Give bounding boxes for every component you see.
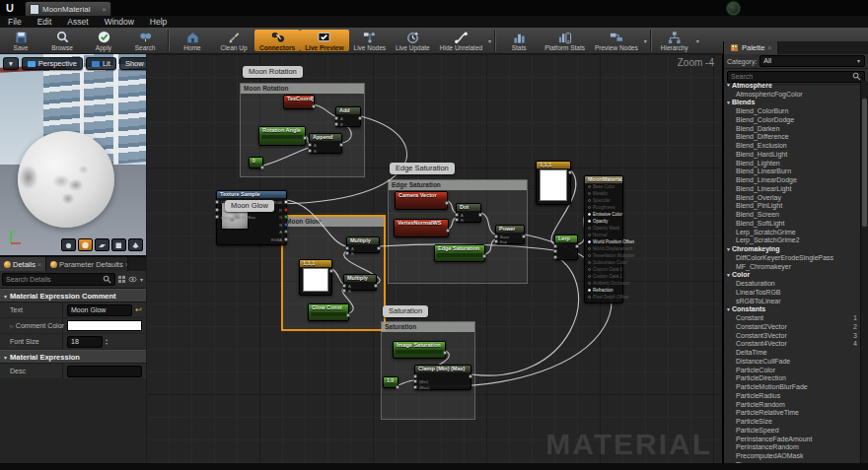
palette-item-particlesize[interactable]: ParticleSize xyxy=(724,417,861,426)
node-camera-vector[interactable]: Camera Vector xyxy=(395,191,448,210)
pin-out[interactable] xyxy=(396,385,399,389)
material-pin-specular[interactable]: Specular xyxy=(585,197,622,204)
palette-category-blends[interactable]: ▼Blends xyxy=(724,99,861,107)
palette-item-perinstancefadeamount[interactable]: PerInstanceFadeAmount xyxy=(724,435,861,443)
toolbar-button-hierarchy[interactable]: Hierarchy xyxy=(654,30,695,51)
node-edge-saturation[interactable]: Edge Saturation xyxy=(434,244,485,262)
toolbar-button-apply[interactable]: Apply xyxy=(83,30,124,51)
pin-out[interactable] xyxy=(374,284,378,288)
eye-filter-icon[interactable] xyxy=(128,275,137,284)
palette-category-constants[interactable]: ▼Constants xyxy=(724,305,861,314)
menu-item-asset[interactable]: Asset xyxy=(59,16,96,28)
menu-item-edit[interactable]: Edit xyxy=(30,16,60,28)
palette-category-atmosphere[interactable]: ▼Atmosphere xyxy=(724,81,861,90)
node-1-1-1[interactable]: 1,1,1 xyxy=(536,161,571,205)
pin-out[interactable] xyxy=(377,246,381,250)
pin-a[interactable] xyxy=(334,116,338,120)
pin-a[interactable] xyxy=(553,244,557,248)
material-pin-world-position-offset[interactable]: World Position Offset xyxy=(585,238,622,245)
palette-category-chromakeying[interactable]: ▼Chromakeying xyxy=(724,244,861,253)
pin-out[interactable] xyxy=(575,244,579,248)
comment-header[interactable]: Edge Saturation xyxy=(389,180,527,190)
node-append[interactable]: AppendAB xyxy=(309,133,342,154)
pin-a[interactable] xyxy=(284,230,288,234)
palette-item-precomputedaomask[interactable]: PrecomputedAOMask xyxy=(724,451,861,460)
pin-out[interactable] xyxy=(469,374,472,378)
preview-shape-cube-button[interactable] xyxy=(111,238,126,251)
palette-item-blend-overlay[interactable]: Blend_Overlay xyxy=(724,193,861,202)
node-image-saturation[interactable]: Image Saturation xyxy=(393,341,446,359)
pin-a[interactable] xyxy=(345,246,349,250)
material-pin-ambient-occlusion[interactable]: Ambient Occlusion xyxy=(585,280,622,287)
palette-scrollbar[interactable] xyxy=(860,81,868,470)
node-texcoord-0[interactable]: TexCoord[0] xyxy=(283,95,315,109)
material-pin-custom-data-1[interactable]: Custom Data 1 xyxy=(585,273,622,280)
palette-item-constant4vector[interactable]: Constant4Vector4 xyxy=(724,340,861,349)
text-input[interactable]: Moon Glow xyxy=(67,304,132,316)
material-pin-refraction[interactable]: Refraction xyxy=(585,287,622,294)
material-pin-emissive-color[interactable]: Emissive Color xyxy=(585,211,622,218)
material-pin-metallic[interactable]: Metallic xyxy=(585,190,622,197)
node-dot[interactable]: DotAB xyxy=(456,203,481,223)
node-add[interactable]: AddAB xyxy=(335,106,361,127)
pin-in[interactable] xyxy=(413,374,417,378)
toolbar-button-stats[interactable]: Stats xyxy=(498,30,540,51)
node-1-0[interactable]: 1.0 xyxy=(383,376,398,388)
preview-viewport[interactable]: ▾PerspectiveLitShow z xyxy=(0,54,147,255)
pin-b[interactable] xyxy=(455,218,459,222)
pin-base[interactable] xyxy=(494,235,498,238)
toolbar-button-connectors[interactable]: Connectors xyxy=(254,30,300,51)
pin-out[interactable] xyxy=(482,254,486,258)
palette-item-desaturation[interactable]: Desaturation xyxy=(724,279,861,288)
pin-a[interactable] xyxy=(455,213,459,217)
material-pin-world-displacement[interactable]: World Displacement xyxy=(585,245,622,252)
dropdown-caret-icon[interactable]: ▾ xyxy=(488,37,491,44)
toolbar-button-search[interactable]: Search xyxy=(124,30,166,51)
toolbar-button-browse[interactable]: Browse xyxy=(41,30,83,51)
node-clamp-min-max[interactable]: Clamp (Min) (Max)(Min)(Max) xyxy=(414,365,471,390)
pin-alpha[interactable] xyxy=(553,255,557,259)
pin-a[interactable] xyxy=(342,284,346,288)
palette-item-blend-colorburn[interactable]: Blend_ColorBurn xyxy=(724,106,861,115)
desc-input[interactable] xyxy=(67,366,142,377)
pin-b[interactable] xyxy=(345,251,349,255)
pin-exp[interactable] xyxy=(494,239,498,243)
row-expander-icon[interactable]: ▷ xyxy=(10,323,14,329)
preview-shape-cylinder-button[interactable] xyxy=(61,238,76,251)
palette-item-mf-chromakeyer[interactable]: MF_Chromakeyer xyxy=(724,262,861,271)
toolbar-button-preview-nodes[interactable]: Preview Nodes xyxy=(590,30,643,51)
preview-shape-mesh-button[interactable] xyxy=(128,238,143,251)
palette-item-constant3vector[interactable]: Constant3Vector3 xyxy=(724,331,861,340)
palette-item-particlerelativetime[interactable]: ParticleRelativeTime xyxy=(724,409,861,418)
palette-item-particlecolor[interactable]: ParticleColor xyxy=(724,366,861,374)
palette-item-diffcolorkeyererodesinglepass[interactable]: DiffColorKeyerErodeSinglePass xyxy=(724,253,861,262)
details-tab-details[interactable]: Details× xyxy=(0,257,46,271)
pin-out[interactable] xyxy=(478,213,482,217)
preview-shape-sphere-button[interactable] xyxy=(78,238,93,251)
font-size-input[interactable]: 18 xyxy=(67,336,103,348)
material-pin-custom-data-0[interactable]: Custom Data 0 xyxy=(585,266,622,273)
details-search-input[interactable]: Search Details xyxy=(2,273,115,286)
pin-out[interactable] xyxy=(312,104,316,108)
toolbar-button-clean-up[interactable]: Clean Up xyxy=(213,30,254,51)
palette-item-lineartosrgb[interactable]: LinearTosRGB xyxy=(724,288,861,297)
details-section-material-expression-comment[interactable]: ▾Material Expression Comment xyxy=(0,289,146,302)
material-pin-base-color[interactable]: Base Color xyxy=(585,183,622,190)
pin-out[interactable] xyxy=(443,351,447,355)
grid-view-icon[interactable] xyxy=(117,275,126,284)
pin-out[interactable] xyxy=(346,313,350,317)
dropdown-caret-icon[interactable]: ▾ xyxy=(696,37,699,44)
menu-item-file[interactable]: File xyxy=(0,16,30,28)
node-rotation-angle[interactable]: Rotation Angle xyxy=(258,126,306,146)
toolbar-button-live-update[interactable]: Live Update xyxy=(391,30,435,51)
palette-category-select[interactable]: All ▾ xyxy=(760,55,865,67)
palette-item-particlemotionblurfade[interactable]: ParticleMotionBlurFade xyxy=(724,382,861,391)
tab-close-icon[interactable]: × xyxy=(125,261,128,268)
palette-item-blend-difference[interactable]: Blend_Difference xyxy=(724,133,861,142)
palette-item-blend-darken[interactable]: Blend_Darken xyxy=(724,124,861,133)
palette-tab-close-icon[interactable]: × xyxy=(767,44,771,51)
toolbar-button-hide-unrelated[interactable]: Hide Unrelated xyxy=(435,30,487,51)
palette-item-blend-linearlight[interactable]: Blend_LinearLight xyxy=(724,184,861,193)
palette-item-blend-screen[interactable]: Blend_Screen xyxy=(724,210,861,219)
pin-g[interactable] xyxy=(284,215,288,219)
